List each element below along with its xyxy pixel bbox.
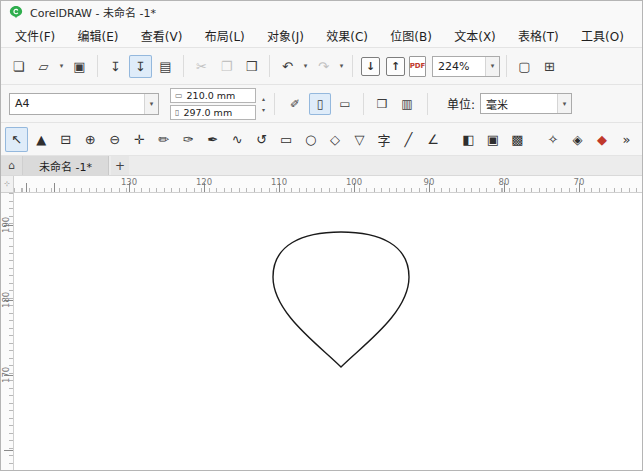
menu-item-6[interactable]: 位图(B) (386, 25, 436, 46)
coreldraw-window: CorelDRAW - 未命名 -1* 文件(F)编辑(E)查看(V)布局(L)… (0, 0, 643, 471)
spinner-up-icon[interactable]: ▴ (262, 95, 265, 102)
zoom-in-tool[interactable]: ⊕ (78, 127, 101, 152)
spinner-down-icon[interactable]: ▾ (262, 106, 265, 113)
units-label: 单位: (447, 95, 475, 112)
page-settings-button[interactable]: ✐ (284, 93, 306, 115)
interactive-fill-tool[interactable]: ◧ (457, 127, 480, 152)
menu-item-9[interactable]: 工具(O) (577, 25, 628, 46)
open-menu-chevron[interactable]: ▾ (57, 62, 66, 70)
copy-icon[interactable]: ❐ (215, 55, 238, 78)
titlebar: CorelDRAW - 未命名 -1* (1, 1, 642, 23)
landscape-button[interactable]: ▭ (334, 93, 356, 115)
h-ruler-label-4: 90 (420, 177, 438, 187)
pdf-icon[interactable]: PDF (409, 56, 426, 77)
cloud-download-alt-icon[interactable]: ↧ (129, 55, 152, 78)
page-width-value: 210.0 mm (187, 90, 236, 101)
menu-item-0[interactable]: 文件(F) (11, 25, 59, 46)
vertical-ruler[interactable]: 190180170 (1, 193, 14, 470)
menu-item-1[interactable]: 编辑(E) (74, 25, 123, 46)
v-ruler-label-1: 180 (1, 290, 13, 310)
fill-tool[interactable]: ◆ (590, 127, 613, 152)
page-width-icon: ▭ (175, 91, 183, 100)
outline-pen-tool[interactable]: ◈ (566, 127, 589, 152)
menu-item-3[interactable]: 布局(L) (201, 25, 249, 46)
polygon-tool[interactable]: ◇ (323, 127, 346, 152)
document-tab-active[interactable]: 未命名 -1* (23, 156, 109, 175)
coreldraw-logo-icon (9, 5, 23, 19)
chevron-down-icon[interactable]: ▾ (485, 57, 499, 76)
menu-item-4[interactable]: 对象(J) (263, 25, 308, 46)
menu-item-7[interactable]: 文本(X) (450, 25, 500, 46)
redo-menu-chevron[interactable]: ▾ (337, 62, 346, 70)
zoom-out-tool[interactable]: ⊖ (103, 127, 126, 152)
page-dimensions: ▭ 210.0 mm ▯ 297.0 mm (170, 88, 256, 120)
drawing-canvas[interactable] (14, 193, 642, 470)
chevron-down-icon[interactable]: ▾ (144, 94, 158, 114)
menu-item-5[interactable]: 效果(C) (322, 25, 372, 46)
property-bar-separator (274, 93, 275, 115)
page-height-field[interactable]: ▯ 297.0 mm (170, 105, 256, 120)
cut-icon[interactable]: ✂ (190, 55, 213, 78)
transparency-tool[interactable]: ▩ (506, 127, 529, 152)
save-icon[interactable]: ▣ (68, 55, 91, 78)
horizontal-ruler[interactable]: 130120110100908070 (14, 176, 642, 192)
spiral-tool[interactable]: ↺ (250, 127, 273, 152)
export-button[interactable]: ↑ (386, 57, 405, 76)
freehand-tool[interactable]: ✏ (152, 127, 175, 152)
prop-buttons: ✐▯▭❒▥ (284, 93, 418, 115)
undo-menu-chevron[interactable]: ▾ (301, 62, 310, 70)
portrait-button[interactable]: ▯ (309, 93, 331, 115)
property-bar: A4 ▾ ▭ 210.0 mm ▯ 297.0 mm ▴ ▾ ✐▯▭❒▥ 单位:… (1, 85, 642, 123)
shape-tool[interactable]: ▲ (29, 127, 52, 152)
new-document-icon[interactable]: ❏ (7, 55, 30, 78)
fullscreen-preview-icon[interactable]: ▢ (513, 55, 536, 78)
cloud-download-icon[interactable]: ↧ (104, 55, 127, 78)
toolbar-separator (183, 55, 184, 77)
v-ruler-label-0: 190 (1, 215, 13, 235)
h-ruler-label-0: 130 (120, 177, 138, 187)
zoom-level-combobox[interactable]: 224%▾ (432, 56, 500, 77)
pen-tool[interactable]: ✒ (201, 127, 224, 152)
page-size-combobox[interactable]: A4 ▾ (9, 93, 159, 115)
apply-to-all-pages-button[interactable]: ❒ (371, 93, 393, 115)
open-icon[interactable]: ▱ (32, 55, 55, 78)
smart-fill-tool[interactable]: ▣ (481, 127, 504, 152)
redo-icon[interactable]: ↷ (312, 55, 335, 78)
apply-to-current-page-button[interactable]: ▥ (396, 93, 418, 115)
units-value: 毫米 (481, 96, 557, 112)
pick-tool[interactable]: ↖ (5, 127, 28, 152)
h-ruler-label-6: 70 (570, 177, 588, 187)
page-width-field[interactable]: ▭ 210.0 mm (170, 88, 256, 103)
import-button[interactable]: ↓ (361, 57, 380, 76)
paste-icon[interactable]: ❒ (240, 55, 263, 78)
chevron-down-icon[interactable]: ▾ (557, 94, 571, 113)
dimension-tool[interactable]: ∠ (421, 127, 444, 152)
crop-tool[interactable]: ⊟ (54, 127, 77, 152)
ruler-origin[interactable]: ⊹ (1, 176, 14, 192)
artistic-media-tool[interactable]: ✑ (176, 127, 199, 152)
eyedropper-tool[interactable]: ✧ (541, 127, 564, 152)
units-combobox[interactable]: 毫米 ▾ (480, 93, 572, 114)
line-tool[interactable]: ╱ (397, 127, 420, 152)
options-icon[interactable]: ⊞ (538, 55, 561, 78)
ellipse-tool[interactable]: ○ (299, 127, 322, 152)
rectangle-tool[interactable]: ▭ (274, 127, 297, 152)
undo-icon[interactable]: ↶ (276, 55, 299, 78)
canvas-svg (14, 193, 642, 470)
page-dimensions-spinner[interactable]: ▴ ▾ (262, 95, 265, 113)
h-ruler-label-2: 110 (270, 177, 288, 187)
toolbar-separator (97, 55, 98, 77)
bezier-tool[interactable]: ∿ (225, 127, 248, 152)
toolbar-separator (506, 55, 507, 77)
menu-item-8[interactable]: 表格(T) (514, 25, 563, 46)
more-tools-chevron[interactable]: » (615, 127, 638, 152)
new-document-tab-button[interactable]: + (111, 156, 129, 175)
drawn-pick-shape[interactable] (273, 232, 409, 367)
print-icon[interactable]: ▤ (154, 55, 177, 78)
document-window-icon[interactable]: ⌂ (1, 156, 23, 175)
menu-item-2[interactable]: 查看(V) (137, 25, 187, 46)
common-shapes-tool[interactable]: ▽ (348, 127, 371, 152)
text-tool[interactable]: 字 (372, 127, 395, 152)
pan-tool[interactable]: ✛ (127, 127, 150, 152)
ruler-row: ⊹ 130120110100908070 (1, 176, 642, 193)
